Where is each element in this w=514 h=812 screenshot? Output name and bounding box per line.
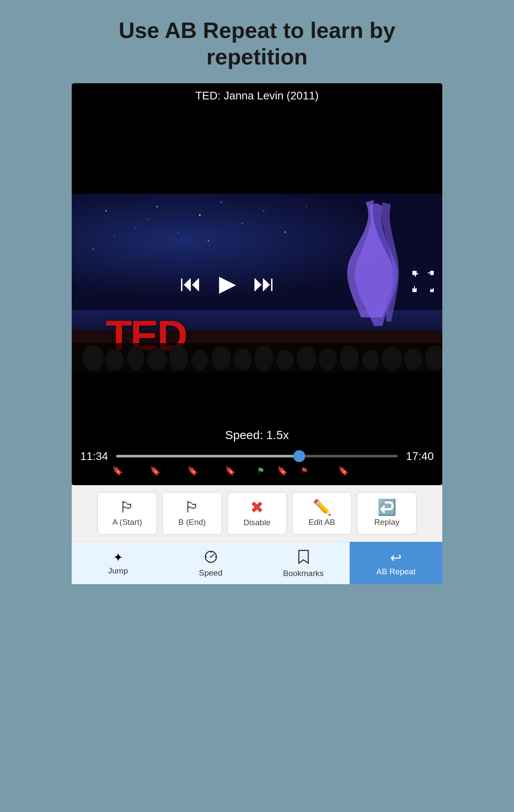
bookmark-icon-4[interactable]: 🔖 <box>225 466 236 476</box>
svg-point-26 <box>297 346 316 370</box>
bottom-nav: ✦ Jump Speed Bookmarks ↩ AB Repeat <box>72 541 442 584</box>
svg-point-7 <box>123 257 123 258</box>
expand-button[interactable] <box>412 271 434 296</box>
svg-point-21 <box>191 350 208 370</box>
jump-label: Jump <box>108 566 128 576</box>
nav-bookmarks[interactable]: Bookmarks <box>257 541 350 584</box>
replay-button[interactable]: ↩️ Replay <box>357 492 417 535</box>
video-black-top <box>72 108 442 194</box>
svg-point-10 <box>242 223 243 224</box>
b-end-label: B (End) <box>178 518 206 527</box>
progress-area: 11:34 17:40 🔖 🔖 🔖 🔖 ⚑ 🔖 ⚑ 🔖 <box>72 446 442 485</box>
time-current: 11:34 <box>80 450 110 463</box>
bookmark-icon-2[interactable]: 🔖 <box>150 466 161 476</box>
video-title: TED: Janna Levin (2011) <box>72 83 442 108</box>
edit-ab-icon: ✏️ <box>312 500 332 515</box>
bookmark-icon-6[interactable]: 🔖 <box>338 466 349 476</box>
sculpture <box>331 198 417 335</box>
speed-icon <box>204 550 218 566</box>
svg-point-27 <box>319 348 337 370</box>
svg-point-14 <box>306 206 307 207</box>
play-button[interactable]: ▶ <box>219 271 236 296</box>
ab-repeat-icon: ↩ <box>390 551 402 565</box>
svg-point-0 <box>105 210 107 211</box>
skip-back-button[interactable]: ⏮ <box>180 271 202 296</box>
svg-point-16 <box>82 345 104 371</box>
jump-icon: ✦ <box>113 552 123 564</box>
edit-ab-button[interactable]: ✏️ Edit AB <box>292 492 352 535</box>
svg-point-8 <box>148 219 149 220</box>
svg-point-11 <box>208 240 209 241</box>
a-start-icon: 🏳 <box>120 500 135 515</box>
b-end-button[interactable]: 🏳 B (End) <box>162 492 222 535</box>
svg-point-28 <box>340 345 359 371</box>
bookmark-icon-3[interactable]: 🔖 <box>187 466 198 476</box>
page-title: Use AB Repeat to learn by repetition <box>85 0 429 83</box>
ab-controls: 🏳 A (Start) 🏳 B (End) ✖ Disable ✏️ Edit … <box>76 492 438 535</box>
disable-label: Disable <box>243 518 270 527</box>
svg-point-6 <box>221 201 222 203</box>
svg-point-3 <box>114 236 115 237</box>
svg-point-30 <box>382 346 402 370</box>
time-total: 17:40 <box>404 450 434 463</box>
nav-speed[interactable]: Speed <box>164 541 257 584</box>
svg-point-24 <box>254 345 273 371</box>
svg-point-22 <box>211 346 231 370</box>
bookmark-icon-1[interactable]: 🔖 <box>112 466 123 476</box>
svg-point-17 <box>105 349 124 371</box>
replay-icon: ↩️ <box>377 500 397 515</box>
svg-point-18 <box>127 346 144 370</box>
bookmark-icon-5[interactable]: 🔖 <box>277 466 288 476</box>
svg-point-5 <box>178 232 179 233</box>
disable-button[interactable]: ✖ Disable <box>227 492 287 535</box>
video-black-bottom <box>72 373 442 424</box>
bookmarks-icon <box>298 550 310 566</box>
video-player: TED: Janna Levin (2011) <box>72 83 442 485</box>
speed-label: Speed: 1.5x <box>72 424 442 446</box>
speed-nav-label: Speed <box>199 568 222 578</box>
nav-jump[interactable]: ✦ Jump <box>72 541 164 584</box>
progress-thumb[interactable] <box>293 450 305 462</box>
b-end-icon: 🏳 <box>184 500 200 515</box>
svg-point-12 <box>263 210 264 211</box>
playback-controls: ⏮ ▶ ⏭ <box>180 271 275 296</box>
svg-point-25 <box>277 350 294 370</box>
svg-point-2 <box>157 206 158 207</box>
video-frame[interactable]: TED <box>72 194 442 373</box>
bookmarks-nav-label: Bookmarks <box>283 569 324 578</box>
progress-track[interactable] <box>116 455 398 457</box>
bookmark-flag-green[interactable]: ⚑ <box>257 466 265 476</box>
ab-repeat-label: AB Repeat <box>377 567 416 576</box>
skip-forward-button[interactable]: ⏭ <box>253 271 275 296</box>
svg-point-29 <box>362 350 379 370</box>
svg-point-1 <box>135 227 136 228</box>
audience <box>72 343 442 373</box>
nav-ab-repeat[interactable]: ↩ AB Repeat <box>350 541 442 584</box>
bookmark-flag-red[interactable]: ⚑ <box>301 466 308 476</box>
disable-icon: ✖ <box>250 499 264 515</box>
svg-point-13 <box>284 231 286 233</box>
svg-point-31 <box>404 348 422 370</box>
edit-ab-label: Edit AB <box>309 518 335 527</box>
controls-panel: 🏳 A (Start) 🏳 B (End) ✖ Disable ✏️ Edit … <box>72 485 442 541</box>
svg-point-23 <box>234 348 251 370</box>
progress-fill <box>116 455 299 457</box>
svg-point-19 <box>147 348 167 370</box>
svg-line-43 <box>211 554 214 557</box>
a-start-button[interactable]: 🏳 A (Start) <box>97 492 157 535</box>
svg-point-9 <box>93 248 94 250</box>
svg-point-4 <box>199 214 201 216</box>
svg-point-20 <box>169 345 188 371</box>
replay-label: Replay <box>374 518 399 527</box>
a-start-label: A (Start) <box>112 518 142 527</box>
